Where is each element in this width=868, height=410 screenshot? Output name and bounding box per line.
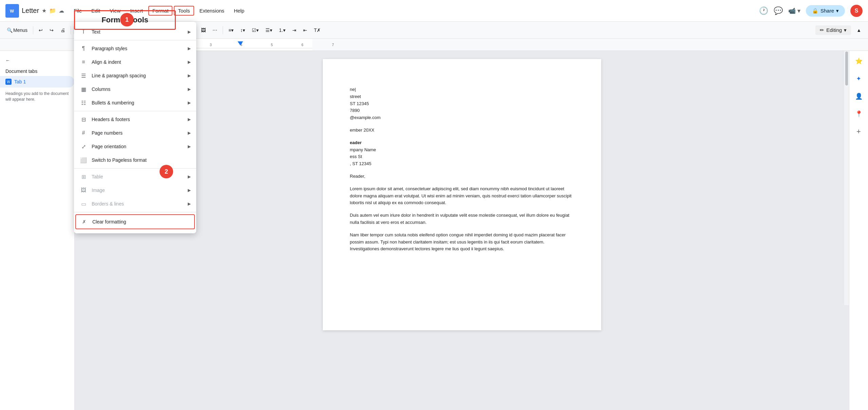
menu-section-paragraph: ¶ Paragraph styles ▶ ≡ Align & indent ▶ … [74, 40, 196, 111]
menu-insert[interactable]: Insert [126, 6, 147, 16]
menu-edit[interactable]: Edit [87, 6, 104, 16]
menu-section-text: T Text ▶ [74, 24, 196, 40]
tab-icon: W [5, 79, 12, 85]
menu-item-table[interactable]: ⊞ Table ▶ [74, 170, 196, 183]
menu-item-line-spacing[interactable]: ☰ Line & paragraph spacing ▶ [74, 69, 196, 82]
menu-file[interactable]: File [70, 6, 86, 16]
menu-item-pageless[interactable]: ⬜ Switch to Pageless format [74, 153, 196, 167]
scrollbar-thumb[interactable] [845, 52, 848, 85]
menu-view[interactable]: View [106, 6, 125, 16]
menu-item-text[interactable]: T Text ▶ [74, 25, 196, 39]
more-button[interactable]: ⋯ [210, 26, 220, 34]
menu-section-objects: ⊞ Table ▶ 🖼 Image ▶ ▭ Borders & lines ▶ [74, 169, 196, 212]
menu-item-image[interactable]: 🖼 Image ▶ [74, 183, 196, 197]
page-numbers-icon: # [79, 129, 88, 137]
editing-mode-button[interactable]: ✏ Editing ▾ [815, 25, 851, 35]
star-icon[interactable]: ★ [42, 7, 47, 14]
menu-format[interactable]: Format [148, 6, 173, 16]
avatar[interactable]: S [850, 5, 863, 17]
svg-text:W: W [10, 8, 14, 14]
doc-title-area: Letter ★ 📁 ☁ [22, 7, 64, 15]
menu-section-page: ⊟ Headers & footers ▶ # Page numbers ▶ ⤢… [74, 111, 196, 169]
toolbar-separator-2 [71, 26, 71, 34]
borders-label: Borders & lines [92, 201, 188, 207]
ordered-list-button[interactable]: 1.▾ [276, 26, 288, 34]
menu-item-page-orientation[interactable]: ⤢ Page orientation ▶ [74, 140, 196, 153]
undo-button[interactable]: ↩ [36, 26, 45, 34]
list-button[interactable]: ☰▾ [263, 26, 275, 34]
menu-item-paragraph-styles[interactable]: ¶ Paragraph styles ▶ [74, 42, 196, 55]
indent-button[interactable]: ⇥ [290, 26, 299, 34]
top-bar: W Letter ★ 📁 ☁ File Edit View Insert For… [0, 0, 868, 22]
line-spacing-button[interactable]: ↕▾ [238, 26, 248, 34]
menu-item-borders[interactable]: ▭ Borders & lines ▶ [74, 197, 196, 211]
doc-para2: Duis autem vel eum iriure dolor in hendr… [350, 212, 574, 226]
menu-item-columns[interactable]: ▦ Columns ▶ [74, 82, 196, 96]
menu-item-clear-formatting[interactable]: ✗ Clear formatting [75, 214, 195, 229]
text-label: Text [92, 29, 188, 35]
toolbar-separator-1 [33, 26, 33, 34]
lock-icon: 🔒 [812, 8, 818, 14]
menu-tools[interactable]: Tools [174, 6, 194, 16]
comment-icon[interactable]: 💬 [774, 6, 783, 15]
doc-recipient: eader mpany Name ess St , ST 12345 [350, 139, 574, 168]
panel-people-icon[interactable]: 👤 [853, 90, 865, 102]
panel-gemini-icon[interactable]: ✦ [853, 73, 865, 85]
doc-para3: Nam liber tempor cum soluta nobis eleife… [350, 232, 574, 253]
panel-notes-icon[interactable]: ⭐ [853, 55, 865, 67]
collapse-toolbar-button[interactable]: ▲ [854, 26, 864, 34]
menus-label: Menus [13, 27, 27, 33]
svg-text:6: 6 [301, 43, 303, 47]
sidebar-tab1[interactable]: W Tab 1 [0, 76, 74, 87]
menu-item-align-indent[interactable]: ≡ Align & indent ▶ [74, 55, 196, 69]
folder-icon[interactable]: 📁 [49, 7, 56, 14]
sidebar-back-button[interactable]: ← [0, 55, 74, 66]
meet-icon[interactable]: 📹 ▾ [788, 7, 800, 15]
share-label: Share [820, 8, 834, 14]
panel-maps-icon[interactable]: 📍 [853, 108, 865, 120]
sidebar-hint: Headings you add to the document will ap… [0, 88, 74, 105]
doc-line-1: ne| street ST 12345 7890 @example.com [350, 86, 574, 121]
tab1-label: Tab 1 [14, 79, 26, 84]
document-content[interactable]: ne| street ST 12345 7890 @example.com em… [350, 86, 574, 253]
menus-button[interactable]: 🔍 Menus [4, 26, 30, 34]
share-button[interactable]: 🔒 Share ▾ [806, 5, 845, 17]
redo-button[interactable]: ↪ [47, 26, 56, 34]
menu-help[interactable]: Help [230, 6, 248, 16]
print-button[interactable]: 🖨 [58, 26, 68, 34]
clear-format-toolbar-button[interactable]: T✗ [311, 26, 324, 34]
menu-item-page-numbers[interactable]: # Page numbers ▶ [74, 126, 196, 140]
history-icon[interactable]: 🕐 [759, 6, 768, 15]
cloud-save-icon[interactable]: ☁ [59, 7, 64, 14]
back-icon: ← [5, 58, 10, 63]
headers-footers-arrow-icon: ▶ [188, 117, 191, 122]
checklist-button[interactable]: ☑▾ [249, 26, 261, 34]
top-right: 🕐 💬 📹 ▾ 🔒 Share ▾ S [759, 5, 863, 17]
borders-icon: ▭ [79, 200, 88, 208]
page-numbers-label: Page numbers [92, 130, 188, 136]
image-button[interactable]: 🖼 [198, 26, 208, 34]
pencil-icon: ✏ [820, 27, 824, 33]
bullets-icon: ☷ [79, 99, 88, 107]
svg-text:7: 7 [332, 43, 334, 47]
right-panel: ⭐ ✦ 👤 📍 + [849, 51, 868, 410]
columns-icon: ▦ [79, 85, 88, 93]
page-orientation-label: Page orientation [92, 144, 188, 149]
page-orientation-arrow-icon: ▶ [188, 144, 191, 149]
menu-extensions[interactable]: Extensions [196, 6, 228, 16]
sidebar-title: Document tabs [0, 66, 74, 75]
doc-salutation: Reader, [350, 173, 574, 180]
align-indent-icon: ≡ [79, 58, 88, 66]
borders-arrow-icon: ▶ [188, 201, 191, 206]
doc-title: Letter [22, 7, 39, 15]
menu-item-bullets[interactable]: ☷ Bullets & numbering ▶ [74, 96, 196, 110]
align-button[interactable]: ≡▾ [226, 26, 236, 34]
table-arrow-icon: ▶ [188, 174, 191, 179]
outdent-button[interactable]: ⇤ [300, 26, 310, 34]
panel-add-icon[interactable]: + [853, 125, 865, 138]
align-indent-label: Align & indent [92, 59, 188, 65]
clear-formatting-icon: ✗ [80, 218, 88, 226]
table-icon: ⊞ [79, 173, 88, 181]
scrollbar-track [844, 51, 849, 305]
menu-item-headers-footers[interactable]: ⊟ Headers & footers ▶ [74, 113, 196, 126]
